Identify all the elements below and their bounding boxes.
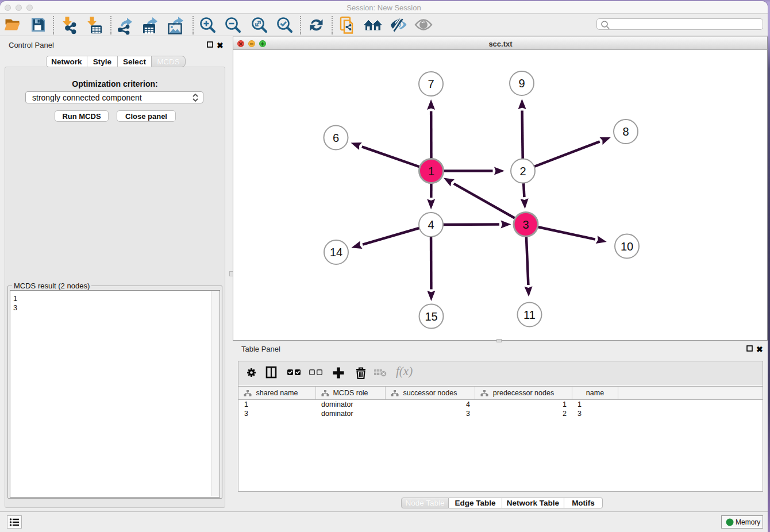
svg-text:11: 11 [523, 309, 536, 321]
svg-text:7: 7 [428, 78, 434, 90]
svg-text:14: 14 [330, 246, 342, 259]
svg-text:3: 3 [522, 218, 529, 231]
svg-text:9: 9 [518, 77, 525, 90]
svg-text:15: 15 [425, 310, 437, 323]
svg-text:10: 10 [621, 240, 633, 253]
svg-text:6: 6 [333, 132, 339, 144]
svg-text:8: 8 [622, 125, 629, 138]
svg-text:4: 4 [428, 218, 434, 231]
svg-text:2: 2 [519, 165, 526, 178]
svg-text:1: 1 [428, 165, 434, 178]
